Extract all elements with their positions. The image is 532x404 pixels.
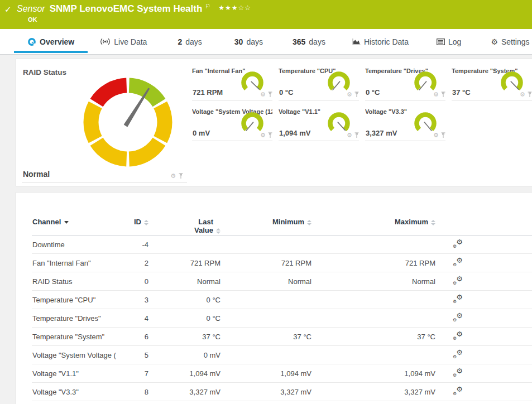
gauge-icon <box>27 37 36 46</box>
table-row[interactable]: Voltage "V1.1"71,094 mV1,094 mV1,094 mV⚙… <box>32 364 532 383</box>
gauge-value: Normal <box>23 170 50 179</box>
tab-label: days <box>185 37 202 46</box>
channel-name: Fan "Internal Fan" <box>32 254 116 272</box>
pin-icon[interactable] <box>267 92 273 98</box>
mini-gauge-cell: Voltage "V1.1"1,094 mV⚙ <box>279 104 359 141</box>
gear-icon[interactable]: ⚙ <box>520 92 525 98</box>
channel-last-value: Normal <box>149 272 221 291</box>
table-row[interactable]: Voltage "V3.3"83,327 mV3,327 mV3,327 mV⚙… <box>32 383 532 401</box>
mini-gauge-cell: Temperature "System"37 °C⚙ <box>452 64 532 100</box>
tab-365-days[interactable]: 365days <box>293 29 325 54</box>
column-header-maximum[interactable]: Maximum <box>312 193 436 235</box>
star-empty-icon[interactable]: ☆ <box>245 4 251 12</box>
channel-settings-icon[interactable]: ⚙⚙ <box>453 313 463 322</box>
channel-maximum: 37 °C <box>312 328 436 346</box>
column-header-minimum[interactable]: Minimum <box>221 193 312 235</box>
gauge-value: 0 °C <box>279 88 293 97</box>
channel-settings-icon[interactable]: ⚙⚙ <box>453 368 463 377</box>
gear-icon[interactable]: ⚙ <box>260 132 266 138</box>
tab-number: 30 <box>234 37 243 46</box>
table-row[interactable]: Downtime-4⚙⚙ <box>32 235 532 254</box>
tab-30-days[interactable]: 30days <box>234 29 263 54</box>
gauge-value: 3,327 mV <box>366 129 397 137</box>
channel-id: 5 <box>116 346 149 364</box>
channel-settings-icon[interactable]: ⚙⚙ <box>453 387 463 396</box>
pin-icon[interactable] <box>440 132 446 138</box>
gear-icon[interactable]: ⚙ <box>433 92 439 98</box>
tab-label: Live Data <box>114 37 147 46</box>
star-empty-icon[interactable]: ☆ <box>238 4 245 12</box>
chart-icon <box>352 38 361 45</box>
tab-historic-data[interactable]: Historic Data <box>352 29 409 54</box>
channel-minimum: Normal <box>221 272 312 291</box>
mini-gauge-cell: Fan "Internal Fan"721 RPM⚙ <box>192 64 272 100</box>
channel-settings-icon[interactable]: ⚙⚙ <box>453 350 463 359</box>
sort-icon <box>431 220 435 225</box>
tab-bar: OverviewLive Data2days30days365daysHisto… <box>0 29 532 55</box>
gear-icon[interactable]: ⚙ <box>347 92 352 98</box>
mini-gauge-grid: Fan "Internal Fan"721 RPM⚙Temperature "C… <box>192 64 532 141</box>
gauge-value: 721 RPM <box>193 88 223 97</box>
channel-last-value: 1,094 mV <box>149 364 221 383</box>
channel-maximum <box>312 235 436 254</box>
priority-stars[interactable]: ★★★☆☆ <box>218 4 251 12</box>
tab-label: Log <box>448 37 461 46</box>
channel-settings-icon[interactable]: ⚙⚙ <box>453 258 463 267</box>
pin-icon[interactable] <box>527 92 532 98</box>
pin-icon[interactable] <box>178 173 184 179</box>
mini-gauge-cell: Temperature "Drives"0 °C⚙ <box>365 64 445 100</box>
empty-cell <box>452 104 532 141</box>
channel-name: RAID Status <box>32 272 116 291</box>
channel-settings-icon[interactable]: ⚙⚙ <box>453 276 463 285</box>
tab-overview[interactable]: Overview <box>14 29 88 54</box>
raid-status-gauge-cell: RAID Status Normal ⚙ <box>22 64 187 182</box>
channel-name: Temperature "System" <box>32 328 116 346</box>
channel-id: 0 <box>116 272 149 291</box>
tab-2-days[interactable]: 2days <box>178 29 202 54</box>
table-row[interactable]: Voltage "System Voltage (...50 mV⚙⚙ <box>32 346 532 364</box>
gear-icon[interactable]: ⚙ <box>170 173 176 179</box>
pin-icon[interactable] <box>354 132 360 138</box>
gauges-panel: RAID Status Normal ⚙ Fan "Internal Fan"7… <box>16 59 532 186</box>
star-filled-icon[interactable]: ★ <box>225 4 232 12</box>
tab-label: days <box>246 37 263 46</box>
column-header-settings <box>436 193 532 235</box>
table-row[interactable]: Fan "Internal Fan"2721 RPM721 RPM721 RPM… <box>32 254 532 272</box>
tab-log[interactable]: Log <box>437 29 461 54</box>
column-header-channel[interactable]: Channel <box>32 193 116 235</box>
channel-minimum: 1,094 mV <box>221 364 312 383</box>
channel-id: 6 <box>116 328 149 346</box>
star-filled-icon[interactable]: ★ <box>218 4 225 12</box>
tab-live-data[interactable]: Live Data <box>100 29 147 54</box>
channel-settings-icon[interactable]: ⚙⚙ <box>453 295 463 304</box>
table-row[interactable]: Temperature "Drives"40 °C⚙⚙ <box>32 309 532 328</box>
channel-table: Channel ID Last Value Minimum Maximum Do… <box>32 193 532 401</box>
channel-settings-icon[interactable]: ⚙⚙ <box>453 331 463 340</box>
channel-name: Temperature "CPU" <box>32 291 116 309</box>
channel-last-value: 0 °C <box>149 291 221 309</box>
channel-name: Downtime <box>32 235 116 254</box>
gear-icon[interactable]: ⚙ <box>433 132 439 138</box>
table-row[interactable]: Temperature "CPU"30 °C⚙⚙ <box>32 291 532 309</box>
gear-icon[interactable]: ⚙ <box>260 92 266 98</box>
column-header-id[interactable]: ID <box>116 193 149 235</box>
pin-icon[interactable] <box>440 92 446 98</box>
sort-icon <box>144 220 148 225</box>
mini-gauge-cell: Voltage "V3.3"3,327 mV⚙ <box>365 104 445 141</box>
star-filled-icon[interactable]: ★ <box>232 4 238 12</box>
pin-icon[interactable] <box>354 92 360 98</box>
tab-settings[interactable]: ⚙Settings <box>491 29 529 54</box>
channel-id: 4 <box>116 309 149 328</box>
column-header-last-value[interactable]: Last Value <box>149 193 221 235</box>
channel-id: -4 <box>116 235 149 254</box>
table-row[interactable]: Temperature "System"637 °C37 °C37 °C⚙⚙ <box>32 328 532 346</box>
gear-icon[interactable]: ⚙ <box>347 132 352 138</box>
channel-last-value: 721 RPM <box>149 254 221 272</box>
pin-icon[interactable] <box>267 132 273 138</box>
gauge-value: 0 °C <box>366 88 380 97</box>
tab-label: Overview <box>40 37 74 46</box>
channel-settings-icon[interactable]: ⚙⚙ <box>453 239 463 248</box>
flag-icon[interactable]: ⚐ <box>205 3 210 10</box>
table-row[interactable]: RAID Status0NormalNormalNormal⚙⚙ <box>32 272 532 291</box>
object-kind-label: Sensor <box>17 4 45 14</box>
